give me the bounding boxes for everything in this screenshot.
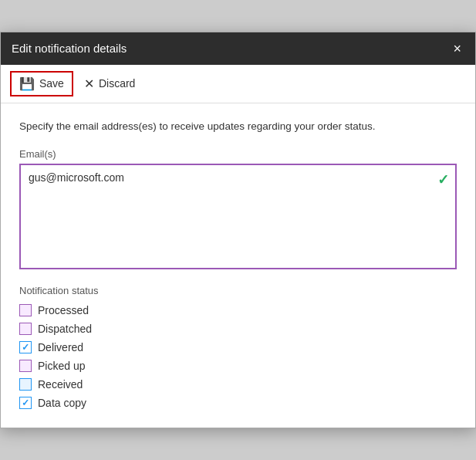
email-input[interactable]: gus@microsoft.com xyxy=(21,165,455,266)
toolbar: 💾 Save ✕ Discard xyxy=(1,65,475,103)
notification-status-label: Notification status xyxy=(19,285,457,296)
save-button[interactable]: 💾 Save xyxy=(10,71,73,96)
checkbox-dispatched-label: Dispatched xyxy=(38,323,92,335)
checkbox-item-processed: Processed xyxy=(19,304,457,316)
discard-button[interactable]: ✕ Discard xyxy=(76,73,143,95)
checkbox-item-data-copy: Data copy xyxy=(19,397,457,409)
close-button[interactable]: × xyxy=(450,40,464,57)
checkbox-picked-up[interactable] xyxy=(19,360,32,372)
dialog-title: Edit notification details xyxy=(12,42,127,55)
checkbox-received-label: Received xyxy=(38,378,83,391)
checkbox-picked-up-label: Picked up xyxy=(38,360,85,372)
checkbox-delivered[interactable] xyxy=(19,341,32,353)
checkbox-received[interactable] xyxy=(19,378,32,391)
checkbox-item-dispatched: Dispatched xyxy=(19,323,457,335)
dialog-content: Specify the email address(es) to receive… xyxy=(1,103,475,428)
notification-section: Notification status Processed Dispatched… xyxy=(19,285,457,409)
save-label: Save xyxy=(39,77,64,90)
checkbox-data-copy-label: Data copy xyxy=(38,397,86,409)
checkbox-item-picked-up: Picked up xyxy=(19,360,457,372)
checkbox-processed[interactable] xyxy=(19,304,32,316)
dialog-titlebar: Edit notification details × xyxy=(1,32,475,65)
valid-icon: ✓ xyxy=(437,171,449,188)
checkbox-dispatched[interactable] xyxy=(19,323,32,335)
description-text: Specify the email address(es) to receive… xyxy=(19,119,457,134)
email-field-label: Email(s) xyxy=(19,148,457,160)
edit-notification-dialog: Edit notification details × 💾 Save ✕ Dis… xyxy=(0,32,476,428)
checkbox-processed-label: Processed xyxy=(38,304,89,316)
discard-icon: ✕ xyxy=(84,76,94,91)
checkbox-item-delivered: Delivered xyxy=(19,341,457,353)
checkbox-data-copy[interactable] xyxy=(19,397,32,409)
checkbox-list: Processed Dispatched Delivered Picked up xyxy=(19,304,457,409)
save-icon: 💾 xyxy=(19,76,35,91)
discard-label: Discard xyxy=(99,77,135,90)
checkbox-item-received: Received xyxy=(19,378,457,391)
checkbox-delivered-label: Delivered xyxy=(38,341,83,353)
email-textarea-wrapper: gus@microsoft.com ✓ xyxy=(19,164,457,269)
